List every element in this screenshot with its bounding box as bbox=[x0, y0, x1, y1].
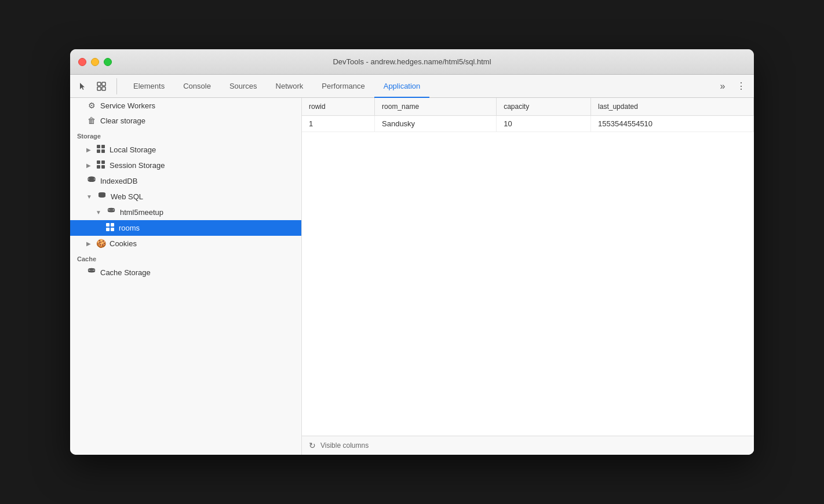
web-sql-icon bbox=[97, 192, 107, 202]
tab-network[interactable]: Network bbox=[267, 75, 313, 98]
cursor-icon[interactable] bbox=[75, 78, 91, 94]
sidebar-item-service-workers[interactable]: ⚙ Service Workers bbox=[70, 98, 301, 113]
sidebar-item-clear-storage[interactable]: 🗑 Clear storage bbox=[70, 113, 301, 128]
sidebar-item-web-sql[interactable]: ▼ Web SQL bbox=[70, 189, 301, 204]
expand-icon: ▶ bbox=[86, 162, 91, 169]
sidebar-item-local-storage[interactable]: ▶ Local Storage bbox=[70, 142, 301, 158]
svg-point-18 bbox=[108, 208, 114, 210]
devtools-window: DevTools - andrew.hedges.name/html5/sql.… bbox=[70, 49, 754, 455]
sidebar-item-cookies[interactable]: ▶ 🍪 Cookies bbox=[70, 236, 301, 251]
more-tabs-button[interactable]: » bbox=[714, 78, 731, 94]
svg-rect-9 bbox=[101, 160, 105, 164]
svg-rect-21 bbox=[111, 223, 114, 227]
toolbar-icons bbox=[75, 78, 117, 94]
cell-last-updated: 1553544554510 bbox=[591, 116, 754, 132]
database-icon bbox=[106, 207, 116, 217]
tab-elements[interactable]: Elements bbox=[124, 75, 174, 98]
svg-rect-7 bbox=[101, 149, 105, 153]
sidebar: ⚙ Service Workers 🗑 Clear storage Storag… bbox=[70, 98, 302, 455]
titlebar: DevTools - andrew.hedges.name/html5/sql.… bbox=[70, 49, 754, 75]
cell-room-name: Sandusky bbox=[375, 116, 497, 132]
session-storage-icon bbox=[96, 160, 106, 170]
sidebar-item-rooms[interactable]: rooms bbox=[70, 220, 301, 236]
cookies-icon: 🍪 bbox=[96, 239, 106, 248]
clear-storage-icon: 🗑 bbox=[86, 116, 97, 125]
svg-rect-10 bbox=[97, 165, 100, 169]
indexeddb-icon bbox=[86, 176, 97, 186]
expand-icon: ▼ bbox=[96, 209, 101, 216]
svg-rect-5 bbox=[101, 145, 105, 148]
inspect-icon[interactable] bbox=[93, 78, 110, 94]
content-area: rowid room_name capacity last_updated 1 … bbox=[302, 98, 754, 455]
toolbar-more: » ⋮ bbox=[714, 78, 749, 94]
service-workers-icon: ⚙ bbox=[86, 101, 97, 110]
svg-point-16 bbox=[99, 195, 105, 198]
tab-performance[interactable]: Performance bbox=[312, 75, 374, 98]
table-row[interactable]: 1 Sandusky 10 1553544554510 bbox=[302, 116, 754, 132]
expand-icon: ▶ bbox=[86, 147, 91, 153]
svg-rect-20 bbox=[106, 223, 110, 227]
tab-console[interactable]: Console bbox=[174, 75, 220, 98]
sidebar-item-session-storage[interactable]: ▶ Session Storage bbox=[70, 158, 301, 173]
svg-rect-2 bbox=[97, 87, 101, 90]
svg-rect-0 bbox=[97, 82, 101, 86]
data-table: rowid room_name capacity last_updated 1 … bbox=[302, 98, 754, 132]
main-area: ⚙ Service Workers 🗑 Clear storage Storag… bbox=[70, 98, 754, 455]
cache-storage-icon bbox=[86, 268, 97, 277]
svg-point-19 bbox=[108, 210, 114, 212]
svg-point-17 bbox=[99, 192, 105, 195]
window-title: DevTools - andrew.hedges.name/html5/sql.… bbox=[333, 57, 491, 66]
cache-section-header: Cache bbox=[70, 251, 301, 265]
storage-section-header: Storage bbox=[70, 128, 301, 142]
tab-application[interactable]: Application bbox=[374, 75, 430, 98]
svg-rect-8 bbox=[97, 160, 100, 164]
svg-rect-23 bbox=[111, 228, 114, 231]
local-storage-icon bbox=[96, 145, 106, 155]
table-header-row: rowid room_name capacity last_updated bbox=[302, 98, 754, 116]
col-room-name[interactable]: room_name bbox=[375, 98, 497, 116]
svg-rect-22 bbox=[106, 228, 110, 231]
toolbar: Elements Console Sources Network Perform… bbox=[70, 75, 754, 98]
maximize-button[interactable] bbox=[104, 58, 112, 66]
col-rowid[interactable]: rowid bbox=[302, 98, 375, 116]
devtools-menu-button[interactable]: ⋮ bbox=[733, 78, 749, 94]
table-icon bbox=[105, 223, 115, 233]
cell-rowid: 1 bbox=[302, 116, 375, 132]
table-container: rowid room_name capacity last_updated 1 … bbox=[302, 98, 754, 436]
svg-rect-6 bbox=[97, 149, 100, 153]
table-footer: ↻ Visible columns bbox=[302, 436, 754, 455]
visible-columns-label[interactable]: Visible columns bbox=[320, 441, 369, 450]
svg-rect-4 bbox=[97, 145, 100, 148]
cell-capacity: 10 bbox=[497, 116, 591, 132]
refresh-button[interactable]: ↻ bbox=[309, 441, 316, 450]
sidebar-item-cache-storage[interactable]: Cache Storage bbox=[70, 265, 301, 280]
svg-point-13 bbox=[88, 179, 95, 182]
tab-sources[interactable]: Sources bbox=[220, 75, 267, 98]
expand-icon: ▼ bbox=[86, 193, 92, 200]
col-last-updated[interactable]: last_updated bbox=[591, 98, 754, 116]
svg-point-24 bbox=[89, 268, 95, 271]
sidebar-item-html5meetup[interactable]: ▼ html5meetup bbox=[70, 204, 301, 220]
traffic-lights bbox=[78, 58, 112, 66]
minimize-button[interactable] bbox=[91, 58, 99, 66]
svg-rect-1 bbox=[102, 82, 105, 86]
svg-rect-11 bbox=[101, 165, 105, 169]
svg-rect-3 bbox=[102, 87, 105, 90]
sidebar-item-indexeddb[interactable]: IndexedDB bbox=[70, 173, 301, 189]
col-capacity[interactable]: capacity bbox=[497, 98, 591, 116]
close-button[interactable] bbox=[78, 58, 86, 66]
expand-icon: ▶ bbox=[86, 240, 91, 247]
svg-point-25 bbox=[89, 270, 95, 272]
